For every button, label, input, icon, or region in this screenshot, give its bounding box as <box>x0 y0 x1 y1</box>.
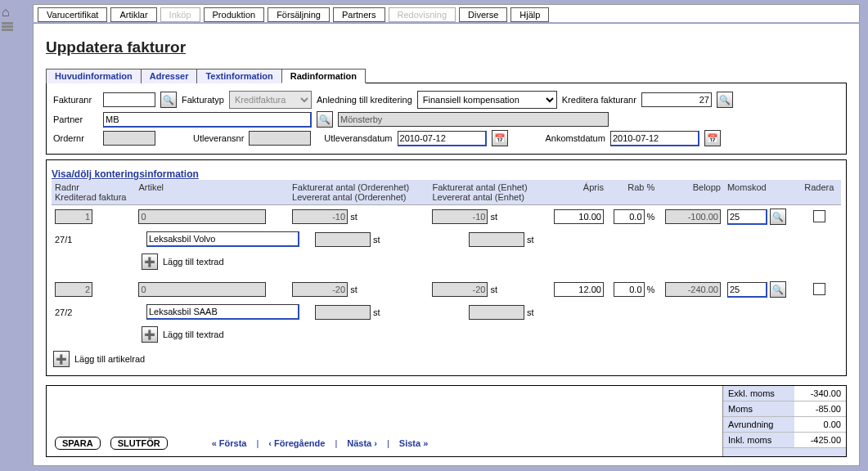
top-tab-varucertifikat[interactable]: Varucertifikat <box>38 7 107 22</box>
krediterad-ref: 27/2 <box>52 306 143 319</box>
fa-order-input <box>292 209 348 224</box>
lev-order-input <box>315 305 371 320</box>
top-tab-hjälp[interactable]: Hjälp <box>510 7 549 22</box>
sub-tab-adresser[interactable]: Adresser <box>141 69 198 83</box>
moms-input[interactable] <box>727 282 767 298</box>
top-tab-produktion[interactable]: Produktion <box>204 7 265 22</box>
label-utleveransdatum: Utleveransdatum <box>324 133 392 143</box>
sub-tab-textinformation[interactable]: Textinformation <box>196 69 281 83</box>
partner-code-input[interactable] <box>103 112 312 128</box>
fakturatyp-select: Kreditfaktura <box>229 91 312 109</box>
rab-input[interactable] <box>614 209 645 224</box>
ankomst-calendar-icon[interactable]: 📅 <box>704 130 721 146</box>
grid-row-line2: 27/2 st st <box>52 301 841 323</box>
article-name-input[interactable] <box>146 231 299 247</box>
footer: SPARA SLUTFÖR « Första| ‹ Föregående| Nä… <box>46 385 847 457</box>
add-text-icon[interactable]: ➕ <box>142 253 158 270</box>
fa-order-input <box>292 282 348 297</box>
label-kreditera-fakturanr: Kreditera fakturanr <box>562 95 636 105</box>
add-row-icon[interactable]: ➕ <box>53 351 70 367</box>
apris-input[interactable] <box>554 209 604 224</box>
fa-unit-input <box>432 282 488 297</box>
radnr-input <box>55 209 92 224</box>
moms-lookup-icon[interactable]: 🔍 <box>770 209 786 225</box>
article-code-input <box>138 282 266 297</box>
label-fakturatyp: Fakturatyp <box>182 95 224 105</box>
moms-lookup-icon[interactable]: 🔍 <box>770 281 786 298</box>
page-title: Uppdatera fakturor <box>46 38 847 56</box>
nav-prev[interactable]: ‹ Föregående <box>268 438 325 448</box>
rab-input[interactable] <box>614 282 645 297</box>
top-tab-artiklar[interactable]: Artiklar <box>110 7 156 22</box>
grid-row: st st % 🔍 <box>52 205 841 228</box>
utlev-calendar-icon[interactable]: 📅 <box>492 130 508 146</box>
fakturanr-input[interactable] <box>103 92 155 107</box>
kreditera-lookup-icon[interactable]: 🔍 <box>717 92 733 108</box>
apris-input[interactable] <box>554 282 604 297</box>
belopp-display <box>665 282 721 297</box>
save-button[interactable]: SPARA <box>55 437 101 450</box>
ankomstdatum-input[interactable] <box>610 131 699 146</box>
menu-icon[interactable] <box>2 22 13 31</box>
grid-row: st st % 🔍 <box>52 278 841 301</box>
top-tab-redovisning: Redovisning <box>389 7 456 22</box>
top-tab-partners[interactable]: Partners <box>333 7 385 22</box>
add-text-row[interactable]: ➕Lägg till textrad <box>142 253 841 270</box>
sub-tab-huvudinformation[interactable]: Huvudinformation <box>46 69 142 83</box>
article-name-input[interactable] <box>146 304 299 320</box>
header-form: Fakturanr 🔍 Fakturatyp Kreditfaktura Anl… <box>46 83 847 155</box>
add-text-icon[interactable]: ➕ <box>142 326 158 343</box>
sub-tab-radinformation[interactable]: Radinformation <box>281 69 366 83</box>
fa-unit-input <box>432 209 488 224</box>
partner-lookup-icon[interactable]: 🔍 <box>317 111 333 128</box>
toggle-kontering-link[interactable]: Visa/dölj konteringsinformation <box>52 168 841 180</box>
nav-next[interactable]: Nästa › <box>347 438 377 448</box>
label-fakturanr: Fakturanr <box>53 95 98 105</box>
top-tab-försäljning[interactable]: Försäljning <box>268 7 330 22</box>
utleveransdatum-input[interactable] <box>398 131 487 146</box>
add-article-row[interactable]: ➕ Lägg till artikelrad <box>53 351 841 367</box>
line-grid: Visa/dölj konteringsinformation RadnrKre… <box>46 159 847 376</box>
lev-unit-input <box>469 305 524 320</box>
partner-name-display <box>338 112 609 127</box>
top-tabs: VarucertifikatArtiklarInköpProduktionFör… <box>33 4 860 22</box>
finish-button[interactable]: SLUTFÖR <box>110 437 168 450</box>
utleveransnr-input <box>249 131 311 146</box>
moms-input[interactable] <box>727 209 767 225</box>
home-icon[interactable]: ⌂ <box>2 5 13 20</box>
add-text-row[interactable]: ➕Lägg till textrad <box>142 326 841 343</box>
label-ordernr: Ordernr <box>53 133 98 143</box>
totals-box: Exkl. moms-340.00 Moms-85.00 Avrundning0… <box>722 386 846 456</box>
label-anledning: Anledning till kreditering <box>317 95 412 105</box>
article-code-input <box>138 209 266 224</box>
lev-order-input <box>315 232 371 247</box>
label-utleveransnr: Utleveransnr <box>193 133 244 143</box>
kreditera-fakturanr-input[interactable] <box>641 92 712 107</box>
delete-checkbox[interactable] <box>813 210 825 222</box>
fakturanr-lookup-icon[interactable]: 🔍 <box>160 92 177 108</box>
lev-unit-input <box>469 232 524 247</box>
grid-row-line2: 27/1 st st <box>52 228 841 250</box>
krediterad-ref: 27/1 <box>52 233 143 246</box>
top-tab-inköp: Inköp <box>160 7 200 22</box>
nav-first[interactable]: « Första <box>212 438 247 448</box>
grid-header: RadnrKrediterad faktura Artikel Fakturer… <box>52 180 841 205</box>
anledning-select[interactable]: Finansiell kompensation <box>417 91 557 109</box>
sub-tabs: HuvudinformationAdresserTextinformationR… <box>46 69 847 83</box>
delete-checkbox[interactable] <box>813 283 825 295</box>
ordernr-input <box>103 131 155 146</box>
top-tab-diverse[interactable]: Diverse <box>459 7 507 22</box>
label-partner: Partner <box>53 114 98 124</box>
label-ankomstdatum: Ankomstdatum <box>546 133 605 143</box>
nav-last[interactable]: Sista » <box>399 438 428 448</box>
radnr-input <box>55 282 92 297</box>
belopp-display <box>665 209 721 224</box>
